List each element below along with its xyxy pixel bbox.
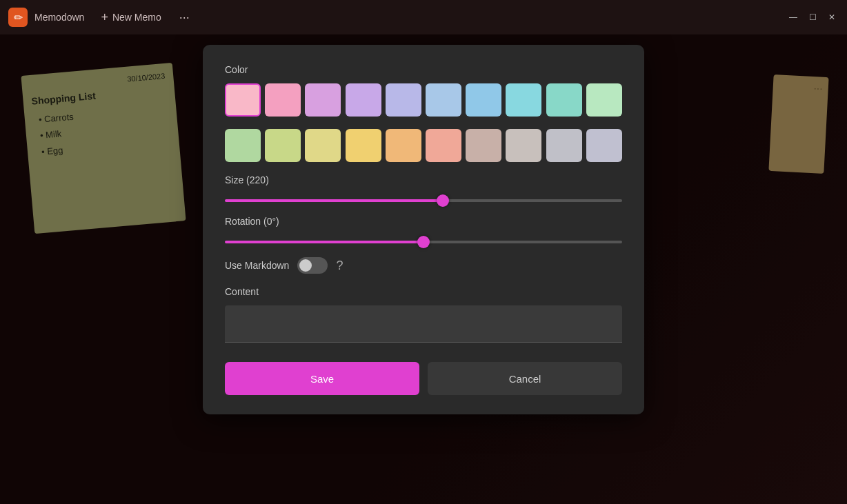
close-button[interactable]: ✕ (825, 10, 839, 24)
color-swatch-9[interactable] (586, 83, 622, 117)
color-swatch-2[interactable] (305, 129, 341, 162)
content-input[interactable] (225, 305, 622, 343)
color-swatch-1[interactable] (265, 83, 301, 117)
content-section: Content (225, 286, 622, 345)
save-button[interactable]: Save (225, 362, 419, 395)
modal-overlay: Color Size (220) Rotation (0°) Use Markd… (0, 34, 847, 504)
color-swatch-4[interactable] (386, 129, 421, 162)
color-swatch-5[interactable] (426, 83, 461, 117)
color-swatch-5[interactable] (426, 129, 461, 162)
markdown-label: Use Markdown (225, 260, 289, 271)
color-swatch-7[interactable] (506, 129, 541, 162)
color-swatch-1[interactable] (265, 129, 301, 162)
rotation-slider[interactable] (225, 241, 622, 243)
color-grid-row2 (225, 129, 622, 162)
color-swatch-8[interactable] (546, 129, 582, 162)
color-swatch-4[interactable] (386, 83, 421, 117)
color-swatch-7[interactable] (506, 83, 541, 117)
color-swatch-0[interactable] (225, 83, 261, 117)
content-label: Content (225, 286, 622, 297)
markdown-toggle-row: Use Markdown ? (225, 257, 622, 274)
color-swatch-3[interactable] (346, 83, 381, 117)
color-swatch-3[interactable] (346, 129, 381, 162)
titlebar: ✏ Memodown + New Memo ··· — ☐ ✕ (0, 0, 847, 34)
new-memo-button[interactable]: + New Memo (95, 8, 166, 28)
window-controls: — ☐ ✕ (786, 10, 839, 24)
markdown-help-button[interactable]: ? (336, 259, 343, 273)
app-logo: ✏ (8, 8, 28, 27)
color-swatch-9[interactable] (586, 129, 622, 162)
color-swatch-2[interactable] (305, 83, 341, 117)
rotation-slider-section: Rotation (0°) (225, 216, 622, 246)
plus-icon: + (101, 10, 108, 25)
maximize-button[interactable]: ☐ (806, 10, 819, 24)
new-memo-label: New Memo (112, 12, 161, 23)
size-label: Size (220) (225, 174, 622, 185)
minimize-button[interactable]: — (786, 10, 800, 24)
rotation-label: Rotation (0°) (225, 216, 622, 227)
size-slider-section: Size (220) (225, 174, 622, 205)
color-swatch-8[interactable] (546, 83, 582, 117)
color-section-label: Color (225, 64, 622, 75)
size-slider[interactable] (225, 199, 622, 202)
dialog-buttons: Save Cancel (225, 362, 622, 395)
color-swatch-6[interactable] (466, 129, 501, 162)
toggle-knob (299, 259, 312, 272)
color-grid (225, 83, 622, 117)
color-swatch-6[interactable] (466, 83, 501, 117)
color-swatch-0[interactable] (225, 129, 261, 162)
app-name: Memodown (34, 12, 84, 23)
more-options-button[interactable]: ··· (174, 8, 195, 28)
markdown-toggle[interactable] (297, 257, 328, 274)
cancel-button[interactable]: Cancel (428, 362, 622, 395)
new-memo-dialog: Color Size (220) Rotation (0°) Use Markd… (203, 45, 644, 414)
